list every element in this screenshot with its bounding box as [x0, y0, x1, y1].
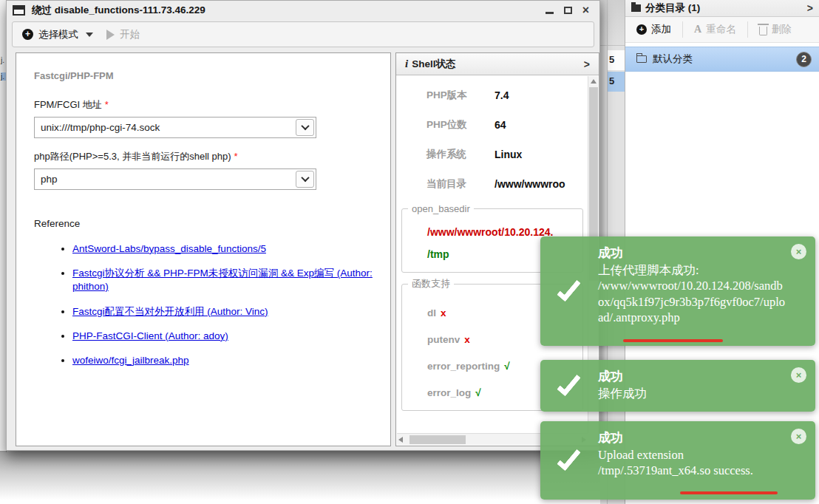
status-row: PHP版本 7.4: [397, 81, 588, 110]
add-category-button[interactable]: + 添加: [625, 21, 682, 38]
collapse-chevron-icon[interactable]: >: [807, 2, 813, 14]
toast-close-button[interactable]: ×: [791, 244, 806, 259]
trash-icon: [759, 27, 767, 35]
category-toolbar: + 添加 A 重命名 删除: [625, 17, 819, 43]
reference-list-item: Fastcgi协议分析 && PHP-FPM未授权访问漏洞 && Exp编写 (…: [72, 267, 373, 293]
check-mark-icon: √: [504, 361, 509, 372]
folder-icon: [631, 4, 641, 12]
reference-link[interactable]: AntSword-Labs/bypass_disable_functions/5: [72, 243, 266, 254]
category-item-label: 默认分类: [653, 52, 693, 66]
clipped-table-cell: 5: [608, 50, 625, 70]
status-row: PHP位数 64: [397, 110, 588, 140]
minimize-icon: [546, 12, 554, 14]
reference-list-item: wofeiwo/fcgi_jailbreak.php: [72, 354, 373, 367]
required-asterisk: *: [105, 99, 109, 110]
chevron-down-icon: [301, 174, 309, 182]
start-button[interactable]: 开始: [120, 28, 140, 41]
dialog-title: 绕过 disable_functions-111.73.46.229: [32, 4, 205, 17]
reference-link[interactable]: PHP-FastCGI-Client (Author: adoy): [72, 330, 228, 341]
scroll-up-arrow[interactable]: [588, 76, 598, 86]
collapse-chevron-icon[interactable]: >: [584, 58, 590, 70]
window-controls: ×: [546, 5, 594, 16]
section-title: Fastcgi/PHP-FPM: [34, 69, 117, 84]
dialog-titlebar: 绕过 disable_functions-111.73.46.229 ×: [7, 1, 599, 19]
toast-upload-proxy-success: 成功 上传代理脚本成功: /www/wwwroot/10.20.124.208/…: [540, 236, 815, 346]
shell-status-header: i Shell状态 >: [396, 53, 599, 75]
reference-link[interactable]: Fastcgi协议分析 && PHP-FPM未授权访问漏洞 && Exp编写 (…: [72, 268, 373, 292]
reference-list-item: AntSword-Labs/bypass_disable_functions/5: [72, 242, 373, 256]
function-support-legend: 函数支持: [408, 277, 454, 290]
chevron-down-icon: [301, 122, 309, 130]
check-mark-icon: √: [475, 387, 480, 398]
triangle-left-icon: [398, 437, 403, 443]
rename-category-button[interactable]: A 重命名: [682, 21, 747, 38]
fastcgi-form-panel: Fastcgi/PHP-FPM FPM/FCGI 地址* unix:///tmp…: [16, 52, 391, 446]
php-path-value: php: [35, 169, 294, 189]
fpm-address-dropdown-button[interactable]: [296, 119, 314, 136]
rename-letter-icon: A: [694, 24, 701, 35]
toast-operation-success: 成功 操作成功 ×: [540, 360, 815, 412]
reference-list-item: PHP-FastCGI-Client (Author: adoy): [72, 330, 373, 343]
category-item-default[interactable]: 默认分类 2: [625, 47, 819, 72]
delete-category-button[interactable]: 删除: [747, 21, 803, 38]
maximize-button[interactable]: [564, 7, 572, 14]
dialog-toolbar: + 选择模式 开始: [12, 21, 594, 47]
toast-message: Upload extension /tmp/.53719ant_x64.so s…: [598, 447, 786, 479]
toast-message: 操作成功: [598, 386, 786, 401]
fpm-address-value: unix:///tmp/php-cgi-74.sock: [35, 118, 294, 137]
reference-link[interactable]: Fastcgi配置不当对外开放利用 (Author: Vinc): [72, 306, 268, 317]
delete-category-label: 删除: [772, 23, 792, 36]
status-row: 当前目录 /www/wwwroo: [397, 169, 588, 199]
horizontal-scroll-thumb[interactable]: [410, 435, 466, 444]
toast-message: 上传代理脚本成功: /www/wwwroot/10.20.124.208/san…: [598, 262, 786, 326]
close-button[interactable]: ×: [582, 5, 589, 16]
fpm-address-label: FPM/FCGI 地址*: [34, 98, 373, 112]
dialog-drop-shadow: [0, 451, 600, 504]
folder-outline-icon: [636, 55, 647, 63]
reference-link[interactable]: wofeiwo/fcgi_jailbreak.php: [72, 355, 189, 366]
php-path-label: php路径(PHP>=5.3, 并非当前运行的shell php)*: [34, 150, 373, 163]
toast-title: 成功: [598, 368, 786, 385]
plus-circle-icon: +: [636, 24, 647, 35]
cross-mark-icon: x: [464, 334, 470, 345]
category-count-badge: 2: [796, 52, 812, 67]
category-panel-title: 分类目录 (1): [645, 1, 700, 15]
bypass-disable-functions-dialog: 绕过 disable_functions-111.73.46.229 × + 选…: [6, 0, 600, 451]
check-icon: [557, 276, 581, 302]
add-category-label: 添加: [651, 23, 671, 36]
php-path-combobox[interactable]: php: [34, 168, 316, 190]
toast-title: 成功: [598, 429, 786, 446]
play-icon: [106, 30, 115, 40]
toast-upload-extension-success: 成功 Upload extension /tmp/.53719ant_x64.s…: [540, 421, 815, 500]
select-mode-button[interactable]: 选择模式: [38, 28, 78, 41]
window-icon: [13, 5, 25, 16]
cross-mark-icon: x: [441, 307, 446, 319]
scroll-left-arrow[interactable]: [398, 434, 407, 445]
chevron-down-icon[interactable]: [86, 33, 93, 37]
reference-title: Reference: [34, 218, 373, 229]
status-row: 操作系统 Linux: [397, 140, 588, 169]
open-basedir-legend: open_basedir: [408, 203, 474, 214]
clipped-list-item: j.: [1, 56, 4, 64]
triangle-up-icon: [591, 79, 597, 84]
clipped-table-cell-selected: 5: [608, 72, 625, 92]
background-header-fragment: [600, 0, 625, 46]
minimize-button[interactable]: [546, 6, 554, 14]
shell-status-title: Shell状态: [412, 58, 455, 71]
reference-list: AntSword-Labs/bypass_disable_functions/5…: [72, 242, 373, 367]
php-path-dropdown-button[interactable]: [296, 171, 314, 188]
category-panel-header: 分类目录 (1) >: [625, 0, 819, 17]
maximize-icon: [564, 7, 572, 14]
red-underline: [680, 491, 778, 494]
fpm-address-combobox[interactable]: unix:///tmp/php-cgi-74.sock: [34, 117, 316, 138]
red-underline: [623, 339, 723, 342]
required-asterisk: *: [234, 151, 238, 162]
rename-category-label: 重命名: [706, 23, 736, 36]
plus-circle-icon: +: [22, 29, 33, 40]
toast-close-button[interactable]: ×: [791, 367, 806, 383]
reference-list-item: Fastcgi配置不当对外开放利用 (Author: Vinc): [72, 305, 373, 319]
toast-close-button[interactable]: ×: [791, 429, 806, 444]
info-icon: i: [405, 58, 408, 70]
toast-title: 成功: [598, 245, 786, 262]
check-icon: [557, 446, 581, 471]
